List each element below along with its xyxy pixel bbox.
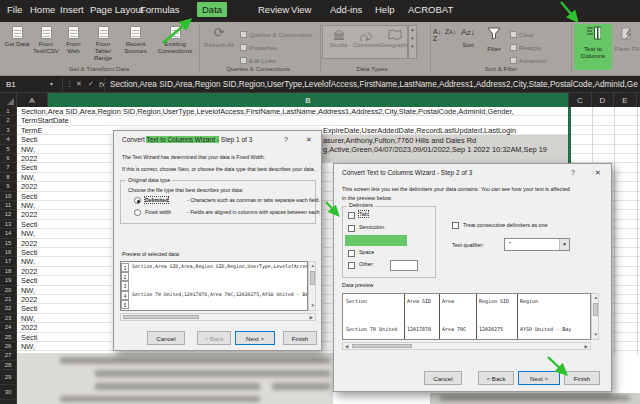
- column-header-C[interactable]: C: [569, 93, 592, 107]
- step1-next-button[interactable]: Next >: [235, 331, 275, 345]
- select-all-corner[interactable]: [0, 93, 17, 107]
- row-header-1[interactable]: 1: [0, 107, 16, 116]
- row-header-5[interactable]: 5: [0, 145, 16, 154]
- scroll-up-icon[interactable]: ▲: [594, 296, 598, 301]
- ribbon-tab-acrobat[interactable]: ACROBAT: [408, 4, 453, 15]
- row-header-11[interactable]: 11: [0, 201, 16, 210]
- delimiter-label-tab[interactable]: Tab: [359, 211, 368, 217]
- row-header-28[interactable]: 28: [0, 361, 16, 370]
- close-icon[interactable]: ✕: [595, 169, 601, 177]
- column-header-B[interactable]: B: [48, 93, 569, 107]
- scroll-up-icon[interactable]: ▲: [311, 264, 315, 269]
- name-box[interactable]: B1: [6, 80, 16, 89]
- row-header-27[interactable]: 27: [0, 351, 16, 360]
- cell-row5-right[interactable]: g,Active,Green,04/07/2023,09/01/2022,Sep…: [323, 145, 568, 154]
- step1-back-button[interactable]: < Back: [197, 331, 231, 345]
- row-header-4[interactable]: 4: [0, 135, 16, 144]
- ribbon-button-get-data[interactable]: Get Data: [2, 26, 32, 48]
- step2-cancel-button[interactable]: Cancel: [424, 371, 462, 385]
- ribbon-item-properties[interactable]: Properties: [240, 44, 277, 51]
- scroll-right-icon[interactable]: ▶: [310, 316, 313, 321]
- row-header-7[interactable]: 7: [0, 163, 16, 172]
- sort-za-button[interactable]: ZA↓: [445, 28, 456, 35]
- ribbon-item-advanced[interactable]: Advanced: [510, 57, 547, 64]
- row-header-20[interactable]: 20: [0, 286, 16, 295]
- row-header-30[interactable]: 30: [0, 385, 16, 400]
- step2-back-button[interactable]: < Back: [478, 371, 514, 385]
- ribbon-button-existing-connections[interactable]: Existing Connections: [153, 26, 197, 55]
- treat-consecutive-checkbox[interactable]: [452, 222, 459, 229]
- formula-input[interactable]: Section,Area SID,Area,Region SID,Region,…: [110, 80, 638, 89]
- column-header-D[interactable]: D: [592, 93, 614, 107]
- ribbon-item-clear[interactable]: Clear: [510, 31, 534, 38]
- scroll-down-icon[interactable]: ▼: [311, 304, 315, 309]
- column-header-E[interactable]: E: [614, 93, 637, 107]
- data-type-stocks[interactable]: Stocks: [325, 28, 352, 48]
- cell-row-1[interactable]: Section,Area SID,Area,Region SID,Region,…: [21, 107, 568, 116]
- row-header-3[interactable]: 3: [0, 126, 16, 135]
- row-header-6[interactable]: 6: [0, 154, 16, 163]
- ribbon-tab-page-layout[interactable]: Page Layout: [90, 4, 143, 15]
- ribbon-tab-insert[interactable]: Insert: [60, 4, 84, 15]
- refresh-all-button[interactable]: ⟳ Refresh All: [202, 26, 236, 49]
- delimited-radio-label[interactable]: Delimited: [145, 197, 168, 203]
- cell-row3-right[interactable]: ExpireDate,UserAddedDate,RecordLastUpdat…: [323, 126, 568, 135]
- row-header-14[interactable]: 14: [0, 229, 16, 238]
- ribbon-button-recent-sources[interactable]: Recent Sources: [120, 26, 151, 55]
- other-delimiter-input[interactable]: [390, 260, 418, 271]
- row-header-18[interactable]: 18: [0, 267, 16, 276]
- preview-hscrollbar[interactable]: ▶: [120, 313, 316, 321]
- delimiter-label-other[interactable]: Other:: [359, 261, 374, 267]
- scroll-left-icon[interactable]: ◀: [345, 345, 348, 350]
- preview-vscrollbar[interactable]: ▲ ▼: [308, 261, 316, 311]
- ribbon-tab-review[interactable]: Review: [258, 4, 289, 15]
- delimiter-checkbox-semicolon[interactable]: [348, 225, 355, 232]
- scroll-thumb[interactable]: [352, 344, 412, 348]
- ribbon-item-queries-connections[interactable]: Queries & Connections: [240, 31, 313, 38]
- scroll-thumb[interactable]: [310, 271, 315, 285]
- close-icon[interactable]: ✕: [306, 136, 312, 144]
- flash-fill-button[interactable]: Flash Fill: [614, 26, 640, 53]
- text-to-columns-button[interactable]: Text to Columns: [574, 24, 612, 70]
- scroll-thumb[interactable]: [123, 315, 199, 319]
- ribbon-item-reapply[interactable]: Reapply: [510, 44, 542, 51]
- row-header-9[interactable]: 9: [0, 182, 16, 191]
- dropdown-arrow-icon[interactable]: ▼: [559, 239, 569, 250]
- step2-next-button[interactable]: Next >: [518, 371, 560, 385]
- fixed-width-radio[interactable]: [134, 209, 141, 216]
- scroll-down-icon[interactable]: ▼: [594, 333, 598, 338]
- gallery-scroll[interactable]: ▲▼▼: [408, 25, 417, 59]
- treat-consecutive-label[interactable]: Treat consecutive delimiters as one: [463, 222, 548, 228]
- row-header-24[interactable]: 24: [0, 323, 16, 332]
- ribbon-tab-data[interactable]: Data: [197, 2, 227, 17]
- row-header-15[interactable]: 15: [0, 239, 16, 248]
- scroll-right-icon[interactable]: ▶: [585, 345, 588, 350]
- ribbon-tab-help[interactable]: Help: [375, 4, 395, 15]
- help-icon[interactable]: ?: [571, 169, 575, 176]
- delimiter-label-semicolon[interactable]: Semicolon: [359, 224, 384, 230]
- cancel-entry-icon[interactable]: ✕: [76, 80, 82, 88]
- row-header-17[interactable]: 17: [0, 257, 16, 266]
- row-header-31[interactable]: 31: [0, 400, 16, 404]
- more-icon[interactable]: ⋮: [66, 80, 73, 88]
- delimited-radio[interactable]: [134, 197, 141, 204]
- sort-button[interactable]: AZ↓ Sort: [456, 26, 480, 49]
- step2-finish-button[interactable]: Finish: [564, 371, 600, 385]
- delimiter-label-space[interactable]: Space: [359, 249, 374, 255]
- confirm-entry-icon[interactable]: ✓: [88, 80, 94, 88]
- text-qualifier-dropdown[interactable]: " ▼: [504, 238, 570, 251]
- data-type-currencies[interactable]: Currencies: [353, 28, 380, 48]
- filter-button[interactable]: Filter: [482, 26, 506, 53]
- ribbon-tab-add-ins[interactable]: Add-ins: [330, 4, 362, 15]
- ribbon-tab-file[interactable]: File: [7, 4, 22, 15]
- fixed-width-radio-label[interactable]: Fixed width: [145, 209, 171, 215]
- help-icon[interactable]: ?: [284, 136, 288, 143]
- table-hscrollbar[interactable]: ◀ ▶: [342, 342, 591, 350]
- data-type-geography[interactable]: Geography: [381, 28, 408, 48]
- name-box-dropdown-icon[interactable]: ▾: [50, 80, 53, 87]
- step1-cancel-button[interactable]: Cancel: [147, 331, 185, 345]
- ribbon-button-from-table-range[interactable]: From Table/ Range: [87, 26, 119, 62]
- delimiter-checkbox-space[interactable]: [348, 250, 355, 257]
- table-vscrollbar[interactable]: ▲ ▼: [591, 293, 599, 340]
- row-header-13[interactable]: 13: [0, 220, 16, 229]
